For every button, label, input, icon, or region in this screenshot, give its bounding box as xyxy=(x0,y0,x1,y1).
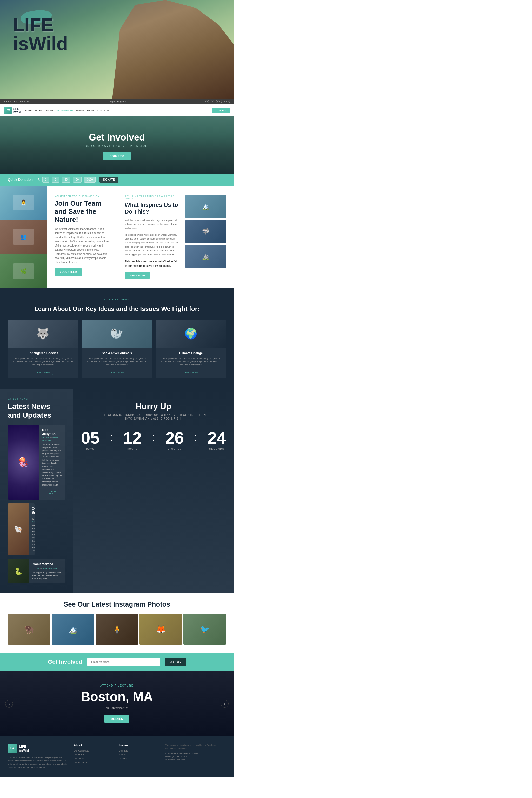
footer-about-heading: About xyxy=(74,744,114,747)
instagram-photo-2[interactable]: 🏔️ xyxy=(52,613,94,645)
next-arrow-button[interactable]: › xyxy=(221,700,229,708)
pinterest-icon[interactable]: p xyxy=(226,100,230,103)
learn-more-button[interactable]: LEARN MORE xyxy=(125,272,150,279)
news-hurry-row: LATEST NEWS Latest Newsand Updates 🪼 Box… xyxy=(0,388,234,592)
hours-label: HOURS xyxy=(123,448,141,450)
volunteer-button[interactable]: VOLUNTEER xyxy=(55,268,82,276)
footer-issues-animals[interactable]: Animals xyxy=(119,749,160,752)
snail-meta: 10 Sept. by Mark McKahan xyxy=(32,515,35,522)
nav-get-involved[interactable]: GET INVOLVED xyxy=(56,109,73,112)
nav-media[interactable]: MEDIA xyxy=(87,109,95,112)
footer-about-col: About Our Candidate Our Party Our Team O… xyxy=(74,744,114,769)
email-input[interactable] xyxy=(87,658,160,666)
navbar-links: HOME ABOUT ISSUES GET INVOLVED EVENTS ME… xyxy=(25,109,208,112)
footer-about-projects[interactable]: Our Projects xyxy=(74,761,114,764)
instagram-photo-4[interactable]: 🦊 xyxy=(139,613,182,645)
countdown: 05 DAYS : 12 HOURS : 26 MINUTES : 24 SEC… xyxy=(81,430,226,450)
amount-25-button[interactable]: 25 xyxy=(62,177,70,183)
hero-title-iswild: isWild xyxy=(13,34,68,53)
nav-about[interactable]: ABOUT xyxy=(34,109,42,112)
nav-events[interactable]: EVENTS xyxy=(76,109,85,112)
facebook-icon[interactable]: f xyxy=(206,100,209,103)
google-icon[interactable]: g xyxy=(216,100,220,103)
twitter-icon[interactable]: t xyxy=(211,100,214,103)
climate-content: Climate Change Lorem ipsum dolor sit ame… xyxy=(156,348,226,378)
get-involved-content: Get Involved ADD YOUR NAME TO SAVE THE N… xyxy=(8,132,226,160)
footer-logo-text: LIFEisWild xyxy=(19,744,29,752)
sea-river-content: Sea & River Animals Lorem ipsum dolor si… xyxy=(82,348,152,378)
key-idea-sea-river: 🦭 Sea & River Animals Lorem ipsum dolor … xyxy=(82,320,152,378)
quick-donation-bar: Quick Donation $ 3 5 25 50 $100 DONATE xyxy=(0,173,234,186)
hero-logo-title: LIFE isWild xyxy=(13,16,68,53)
instagram-icon[interactable]: i xyxy=(221,100,225,103)
mamba-text: This copper-ruby-blue rock lives more th… xyxy=(32,571,62,580)
sea-river-text: Lorem ipsum dolor sit amet, consectetur … xyxy=(85,357,149,367)
volunteer-label: VOLUNTEER FOR THE CAMPAIGN xyxy=(55,195,109,197)
donate-button[interactable]: DONATE xyxy=(212,108,230,113)
endangered-text: Lorem ipsum dolor sit amet, consectetur … xyxy=(11,357,75,367)
sea-river-learn-more[interactable]: LEARN MORE xyxy=(107,369,127,375)
days-number: 05 xyxy=(81,430,99,446)
instagram-photo-3[interactable]: 🧍 xyxy=(96,613,138,645)
countdown-seconds: 24 SECONDS xyxy=(208,430,226,450)
attend-label: ATTEND A LECTURE xyxy=(8,684,226,687)
register-link[interactable]: Register xyxy=(117,100,126,103)
instagram-section: See Our Latest Instagram Photos 🦬 🏔️ 🧍 🦊… xyxy=(0,592,234,652)
instagram-grid: 🦬 🏔️ 🧍 🦊 🐦 xyxy=(8,613,226,645)
footer-description: Lorem ipsum dolor sit amet, consectetur … xyxy=(8,756,69,769)
footer-about-team[interactable]: Our Team xyxy=(74,757,114,760)
key-ideas-label: OUR KEY IDEAS xyxy=(8,298,226,301)
footer: LW LIFEisWild Lorem ipsum dolor sit amet… xyxy=(0,736,234,777)
instagram-photo-1[interactable]: 🦬 xyxy=(8,613,51,645)
mamba-content: Black Mamba 10 Sept. by Mark McKahan Thi… xyxy=(28,559,65,584)
amount-3-button[interactable]: 3 xyxy=(42,177,50,183)
footer-about-party[interactable]: Our Party xyxy=(74,753,114,756)
get-involved-heading: Get Involved xyxy=(8,132,226,143)
separator-1: : xyxy=(110,432,113,443)
phone-number: Toll-free: 800-2345-6789 xyxy=(4,100,30,103)
key-ideas-heading: Learn About Our Key Ideas and the Issues… xyxy=(8,305,226,313)
footer-issues-testing[interactable]: Testing xyxy=(119,757,160,760)
jellyfish-date: 16 Sept. xyxy=(42,437,50,439)
prev-arrow-button[interactable]: ‹ xyxy=(5,700,13,708)
what-inspires-content: STANDING TOGETHER FOR A BETTER WORLD Wha… xyxy=(125,195,186,279)
nav-contacts[interactable]: CONTACTS xyxy=(97,109,110,112)
climate-learn-more[interactable]: LEARN MORE xyxy=(181,369,201,375)
quick-donate-button[interactable]: DONATE xyxy=(99,177,118,183)
mamba-title: Black Mamba xyxy=(32,562,62,566)
footer-issues-plants[interactable]: Plants xyxy=(119,753,160,756)
jellyfish-text: There are a number of species of box jel… xyxy=(42,443,62,487)
quick-donation-label: Quick Donation xyxy=(8,178,33,182)
nav-issues[interactable]: ISSUES xyxy=(45,109,53,112)
details-button[interactable]: DETAILS xyxy=(104,715,129,723)
climate-text: Lorem ipsum dolor sit amet, consectetur … xyxy=(159,357,223,367)
instagram-photo-5[interactable]: 🐦 xyxy=(184,613,226,645)
amount-5-button[interactable]: 5 xyxy=(52,177,59,183)
join-team-images: 👩‍💼 👥 🌿 xyxy=(0,186,47,288)
hours-number: 12 xyxy=(123,430,141,446)
logo-text: LIFEisWild xyxy=(13,107,21,114)
footer-issues-heading: Issues xyxy=(119,744,160,747)
news-jellyfish: 🪼 Box Jellyfish 16 Sept. by Mark McKahan… xyxy=(8,425,65,499)
jellyfish-learn-more[interactable]: LEARN MORE xyxy=(42,489,62,496)
inspire-image-3: ⛰️ xyxy=(186,245,226,268)
join-team-section: 👩‍💼 👥 🌿 VOLUNTEER FOR THE CAMPAIGN Join … xyxy=(0,186,117,288)
email-submit-button[interactable]: JOIN US xyxy=(165,658,186,666)
what-inspires-heading: What Inspires Us to Do This? xyxy=(125,202,180,215)
amount-100-button[interactable]: $100 xyxy=(84,177,96,183)
amount-50-button[interactable]: 50 xyxy=(73,177,81,183)
inspire-image-1: 🏔️ xyxy=(186,195,226,218)
key-idea-climate: 🌍 Climate Change Lorem ipsum dolor sit a… xyxy=(156,320,226,378)
jellyfish-content: Box Jellyfish 16 Sept. by Mark McKahan T… xyxy=(39,425,65,499)
what-inspires-section: STANDING TOGETHER FOR A BETTER WORLD Wha… xyxy=(117,186,234,288)
footer-logo-icon: LW xyxy=(8,744,17,753)
nav-home[interactable]: HOME xyxy=(25,109,32,112)
footer-about-candidate[interactable]: Our Candidate xyxy=(74,749,114,752)
navbar-main: LW LIFEisWild HOME ABOUT ISSUES GET INVO… xyxy=(0,104,234,116)
footer-logo-box: LW LIFEisWild xyxy=(8,744,69,753)
join-us-button[interactable]: JOIN US! xyxy=(103,152,131,160)
navbar-logo: LW LIFEisWild xyxy=(4,107,21,114)
footer-disclaimer-col: This communication is not authorized by … xyxy=(165,744,226,769)
login-link[interactable]: Login xyxy=(109,100,115,103)
endangered-learn-more[interactable]: LEARN MORE xyxy=(33,369,53,375)
